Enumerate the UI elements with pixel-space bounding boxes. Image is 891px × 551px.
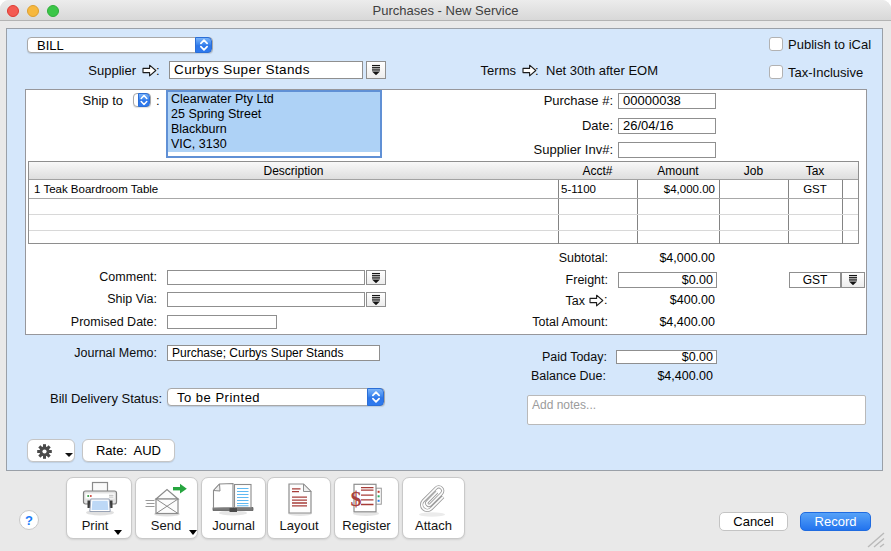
svg-text:$: $: [351, 486, 362, 511]
